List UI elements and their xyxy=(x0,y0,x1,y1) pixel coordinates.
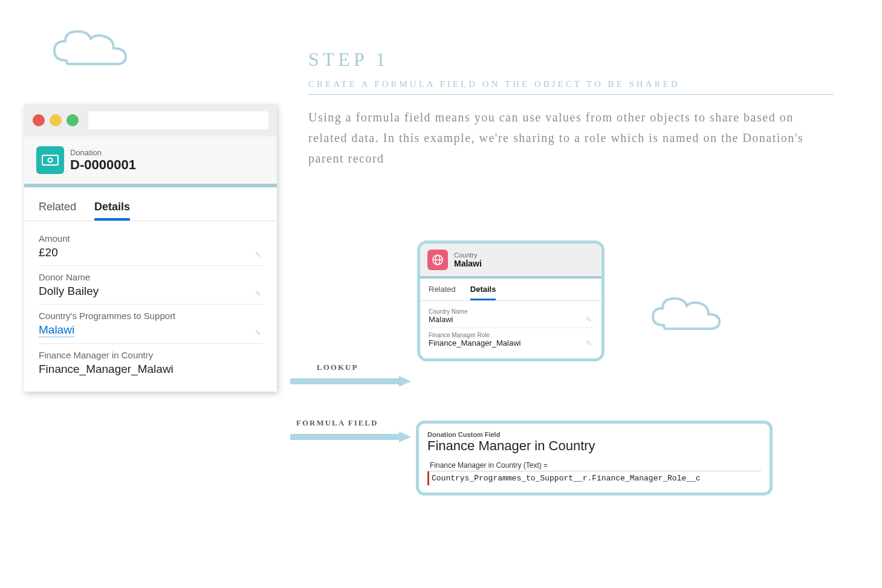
field-finance-role: Finance Manager Role Finance_Manager_Mal… xyxy=(429,328,593,351)
tab-details[interactable]: Details xyxy=(470,285,496,300)
country-header: Country Malawi xyxy=(420,244,602,279)
field-value: Dolly Bailey xyxy=(39,285,262,298)
object-label: Country xyxy=(454,251,482,259)
donation-icon xyxy=(36,146,64,174)
field-label: Finance Manager in Country xyxy=(39,350,262,360)
tab-details[interactable]: Details xyxy=(94,197,130,221)
formula-meta: Donation Custom Field xyxy=(427,431,761,438)
formula-expression: Countrys_Programmes_to_Support__r.Financ… xyxy=(427,471,761,485)
object-label: Donation xyxy=(70,148,136,157)
tab-related[interactable]: Related xyxy=(39,197,76,221)
field-amount: Amount £20 ✎ xyxy=(39,227,262,266)
globe-icon xyxy=(427,250,448,270)
edit-icon[interactable]: ✎ xyxy=(255,329,261,337)
field-finance-manager: Finance Manager in Country Finance_Manag… xyxy=(39,344,262,382)
svg-point-1 xyxy=(48,158,53,163)
donation-record-card: Donation D-0000001 Related Details Amoun… xyxy=(24,104,277,392)
step-header: STEP 1 CREATE A FORMULA FIELD ON THE OBJ… xyxy=(308,48,834,169)
field-donor-name: Donor Name Dolly Bailey ✎ xyxy=(39,266,262,305)
svg-marker-3 xyxy=(399,376,411,387)
record-name: Malawi xyxy=(454,259,482,268)
formula-title: Finance Manager in Country xyxy=(427,438,761,454)
field-value: Finance_Manager_Malawi xyxy=(429,338,593,347)
edit-icon[interactable]: ✎ xyxy=(586,339,592,347)
formula-equation-label: Finance Manager in Country (Text) = xyxy=(427,460,761,471)
step-description: Using a formula field means you can use … xyxy=(308,107,810,169)
field-label: Country Name xyxy=(429,308,593,315)
cloud-icon xyxy=(647,290,731,341)
lookup-label: LOOKUP xyxy=(317,363,358,372)
country-record-card: Country Malawi Related Details Country N… xyxy=(417,241,605,361)
record-header: Donation D-0000001 xyxy=(24,137,277,187)
tab-related[interactable]: Related xyxy=(429,285,456,300)
arrow-formula xyxy=(290,430,411,444)
field-label: Donor Name xyxy=(39,272,262,282)
country-tabs: Related Details xyxy=(420,279,602,301)
formula-definition-card: Donation Custom Field Finance Manager in… xyxy=(416,421,773,496)
record-name: D-0000001 xyxy=(70,157,136,173)
field-label: Finance Manager Role xyxy=(429,332,593,338)
field-value: Finance_Manager_Malawi xyxy=(39,363,262,376)
formula-field-label: FORMULA FIELD xyxy=(296,418,378,428)
window-close-dot xyxy=(33,114,45,126)
window-min-dot xyxy=(50,114,62,126)
donation-tabs: Related Details xyxy=(24,187,277,221)
step-subtitle: CREATE A FORMULA FIELD ON THE OBJECT TO … xyxy=(308,79,834,95)
field-country-name: Country Name Malawi ✎ xyxy=(429,305,593,328)
svg-rect-0 xyxy=(42,155,58,165)
svg-marker-5 xyxy=(399,431,411,442)
arrow-lookup xyxy=(290,375,411,388)
field-label: Country's Programmes to Support xyxy=(39,311,262,321)
field-value: Malawi xyxy=(429,315,593,324)
lookup-link[interactable]: Malawi xyxy=(39,323,74,337)
field-country-lookup: Country's Programmes to Support Malawi ✎ xyxy=(39,305,262,344)
field-label: Amount xyxy=(39,233,262,244)
edit-icon[interactable]: ✎ xyxy=(586,315,592,324)
step-title: STEP 1 xyxy=(308,48,834,71)
donation-fields: Amount £20 ✎ Donor Name Dolly Bailey ✎ C… xyxy=(24,221,277,392)
edit-icon[interactable]: ✎ xyxy=(255,289,261,298)
browser-chrome xyxy=(24,104,277,137)
cloud-icon xyxy=(48,24,139,75)
edit-icon[interactable]: ✎ xyxy=(255,251,261,259)
country-fields: Country Name Malawi ✎ Finance Manager Ro… xyxy=(420,301,602,358)
window-max-dot xyxy=(66,114,79,126)
field-value: £20 xyxy=(39,246,262,259)
url-bar[interactable] xyxy=(88,111,268,129)
